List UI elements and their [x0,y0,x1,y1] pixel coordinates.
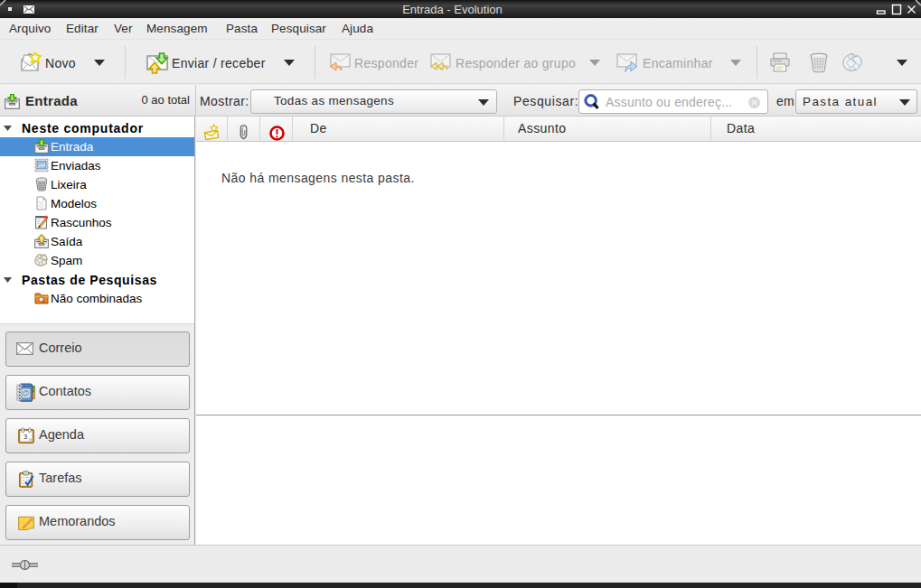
svg-text:3: 3 [23,433,27,441]
svg-text:@: @ [22,388,30,397]
